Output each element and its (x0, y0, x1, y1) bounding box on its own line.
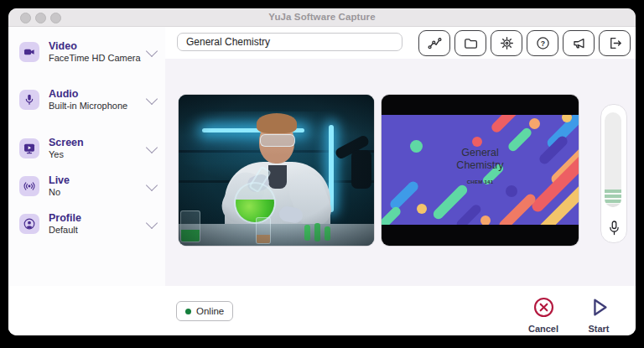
audio-level-base (605, 204, 621, 207)
profile-icon (19, 214, 39, 234)
sidebar-item-value: Default (49, 225, 81, 236)
broadcast-icon (19, 176, 39, 196)
slide-shape (382, 205, 402, 225)
sidebar-item-label: Video (49, 40, 141, 52)
slide-shape (472, 137, 482, 147)
cancel-button[interactable]: Cancel (520, 296, 567, 334)
sidebar-item-label: Live (49, 174, 70, 186)
audio-level-meter (600, 104, 627, 243)
sidebar-item-label: Profile (49, 212, 81, 224)
sidebar-item-profile[interactable]: Profile Default (17, 212, 158, 249)
cancel-label: Cancel (528, 324, 558, 334)
folder-button[interactable] (454, 30, 486, 56)
microphone-icon (19, 90, 39, 110)
app-window: YuJa Software Capture Video FaceTime HD … (8, 8, 636, 335)
sidebar-item-value: Built-in Microphone (49, 101, 127, 112)
sidebar-item-value: No (49, 187, 70, 198)
sidebar-item-label: Screen (49, 137, 84, 148)
announcements-button[interactable] (563, 30, 595, 56)
camera-preview (179, 95, 374, 246)
help-button[interactable]: ? (527, 30, 558, 56)
analytics-button[interactable] (418, 30, 450, 56)
start-button[interactable]: Start (575, 296, 622, 334)
slide-text-block: General Chemistry CHEM 141 (382, 147, 579, 184)
footer: Online Cancel Start (8, 286, 636, 335)
slide-shape (480, 216, 491, 225)
session-title-input[interactable] (177, 33, 402, 51)
sidebar-item-label: Audio (49, 88, 127, 100)
slide-title-line2: Chemistry (382, 159, 579, 172)
slide-shape (454, 203, 482, 225)
chevron-down-icon[interactable] (146, 142, 158, 153)
start-label: Start (588, 324, 609, 334)
online-status-badge: Online (176, 301, 233, 321)
chevron-down-icon[interactable] (146, 179, 158, 191)
sidebar-item-value: FaceTime HD Camera (49, 53, 141, 64)
chevron-down-icon[interactable] (146, 217, 158, 229)
cancel-icon (532, 296, 555, 321)
slide-title-line1: General (382, 147, 579, 159)
toolbar: ? (418, 30, 631, 56)
start-play-icon (588, 296, 610, 321)
slide-subtitle: CHEM 141 (382, 179, 579, 184)
slide-shape (529, 118, 540, 129)
vignette-overlay (179, 95, 374, 246)
settings-button[interactable] (491, 30, 522, 56)
audio-level-fill (605, 190, 621, 204)
audio-level-track (605, 112, 621, 207)
svg-text:?: ? (540, 39, 544, 48)
sidebar-item-value: Yes (49, 149, 84, 160)
slide-shape (417, 204, 427, 214)
camera-icon (19, 42, 39, 62)
sidebar-item-screen[interactable]: Screen Yes (17, 137, 158, 174)
logout-button[interactable] (599, 30, 631, 56)
sidebar-item-audio[interactable]: Audio Built-in Microphone (17, 88, 158, 125)
preview-stage: General Chemistry CHEM 141 (165, 59, 636, 287)
screen-preview: General Chemistry CHEM 141 (382, 95, 579, 246)
microphone-level-icon (601, 220, 626, 237)
chevron-down-icon[interactable] (146, 45, 158, 57)
screen-preview-slide: General Chemistry CHEM 141 (382, 115, 579, 225)
sidebar-item-live[interactable]: Live No (17, 174, 158, 211)
online-status-dot (185, 309, 191, 314)
slide-shape (506, 185, 517, 197)
topbar: ? (165, 27, 636, 59)
slide-shape (490, 115, 525, 134)
online-status-label: Online (196, 306, 224, 316)
titlebar: YuJa Software Capture (8, 8, 636, 27)
window-title: YuJa Software Capture (8, 12, 636, 22)
sidebar-item-video[interactable]: Video FaceTime HD Camera (17, 40, 158, 77)
chevron-down-icon[interactable] (146, 93, 158, 105)
screen-play-icon (19, 138, 39, 158)
